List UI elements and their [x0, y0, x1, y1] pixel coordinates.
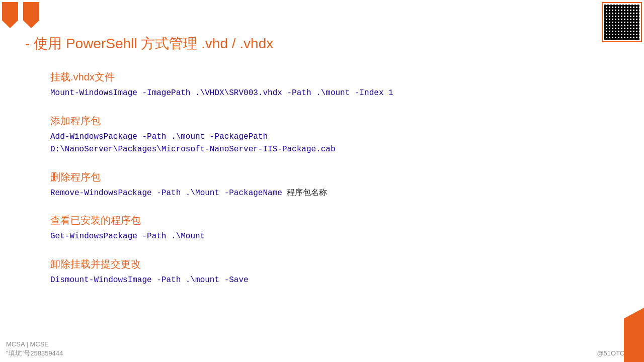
footer-cert: MCSA | MCSE [6, 340, 63, 349]
footer-left: MCSA | MCSE "填坑"号258359444 [6, 340, 63, 358]
section-mount-vhdx: 挂载.vhdx文件 Mount-WindowsImage -ImagePath … [50, 70, 614, 100]
qr-inner [604, 5, 639, 40]
section-dismount-title: 卸除挂载并提交更改 [50, 257, 614, 271]
content-area: 挂载.vhdx文件 Mount-WindowsImage -ImagePath … [50, 70, 614, 301]
section-add-package-title: 添加程序包 [50, 114, 614, 128]
section-add-package: 添加程序包 Add-WindowsPackage -Path .\mount -… [50, 114, 614, 156]
bottom-accent-bar [624, 0, 644, 362]
slide-title: - 使用 PowerSehll 方式管理 .vhd / .vhdx [25, 34, 273, 53]
section-get-package: 查看已安装的程序包 Get-WindowsPackage -Path .\Mou… [50, 214, 614, 243]
section-add-package-code: Add-WindowsPackage -Path .\mount -Packag… [50, 131, 614, 156]
logo-area [0, 0, 50, 30]
footer-qq: "填坑"号258359444 [6, 349, 63, 358]
section-get-package-code: Get-WindowsPackage -Path .\Mount [50, 230, 614, 243]
logo-left-shape [2, 2, 18, 28]
logo-right-shape [23, 2, 39, 28]
section-dismount: 卸除挂载并提交更改 Dismount-WindowsImage -Path .\… [50, 257, 614, 287]
section-remove-package-code: Remove-WindowsPackage -Path .\Mount -Pac… [50, 187, 614, 200]
section-mount-vhdx-code: Mount-WindowsImage -ImagePath .\VHDX\SRV… [50, 87, 614, 100]
qr-code [602, 2, 642, 42]
section-remove-package-title: 删除程序包 [50, 170, 614, 184]
section-get-package-title: 查看已安装的程序包 [50, 214, 614, 227]
section-remove-package: 删除程序包 Remove-WindowsPackage -Path .\Moun… [50, 170, 614, 200]
section-dismount-code: Dismount-WindowsImage -Path .\mount -Sav… [50, 274, 614, 287]
section-mount-vhdx-title: 挂载.vhdx文件 [50, 70, 614, 84]
